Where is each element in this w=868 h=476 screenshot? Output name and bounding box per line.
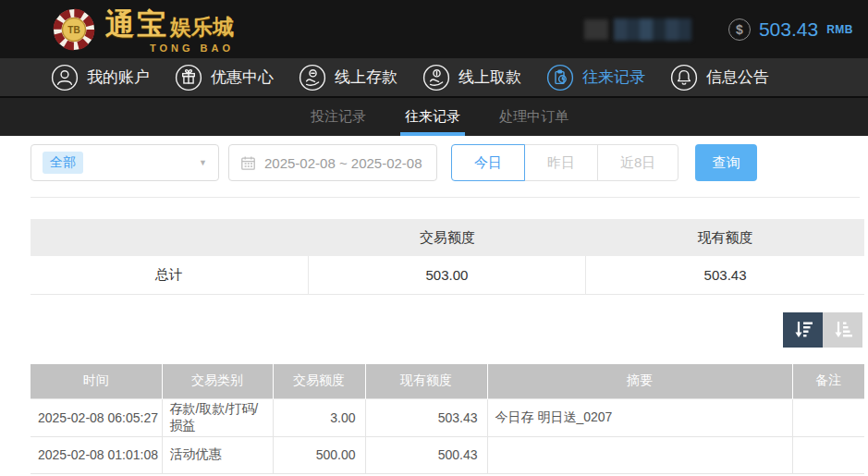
today-button[interactable]: 今日 <box>451 144 525 181</box>
last-8-days-button[interactable]: 近8日 <box>597 144 679 181</box>
sort-controls <box>0 312 862 348</box>
records-header-row: 时间 交易类别 交易额度 现有额度 摘要 备注 <box>31 364 864 398</box>
type-select-value: 全部 <box>43 152 83 174</box>
balance-display[interactable]: $ 503.43 RMB <box>728 18 853 41</box>
nav-item-deposit[interactable]: 线上存款 <box>299 64 397 92</box>
avatar <box>584 19 608 40</box>
tab-transaction-records[interactable]: 往来记录 <box>405 98 460 136</box>
withdraw-icon <box>422 64 450 92</box>
logo-title-main: 通宝 <box>105 5 168 45</box>
header-summary: 摘要 <box>487 364 792 398</box>
svg-text:TB: TB <box>67 25 79 35</box>
cell-amount: 3.00 <box>273 398 365 436</box>
header-balance: 现有额度 <box>365 364 487 398</box>
cell-type: 存款/取款/打码/损益 <box>162 398 273 436</box>
sub-nav: 投注记录 往来记录 处理中订单 <box>0 98 868 136</box>
cell-type: 活动优惠 <box>162 436 273 473</box>
summary-header-balance: 现有额度 <box>586 219 864 256</box>
search-button[interactable]: 查询 <box>695 144 757 181</box>
logo-subtitle: TONG BAO <box>105 43 234 54</box>
nav-item-transactions[interactable]: 往来记录 <box>546 64 645 92</box>
nav-label: 信息公告 <box>706 67 769 88</box>
cell-note <box>792 436 864 473</box>
tab-betting-records[interactable]: 投注记录 <box>311 98 366 136</box>
date-range-value: 2025-02-08 ~ 2025-02-08 <box>264 155 422 171</box>
cell-note <box>792 398 864 436</box>
summary-total-row: 总计 503.00 503.43 <box>31 256 864 294</box>
chevron-down-icon: ▼ <box>199 158 207 167</box>
date-range-input[interactable]: 2025-02-08 ~ 2025-02-08 <box>228 144 437 181</box>
bell-icon <box>670 64 698 92</box>
cell-summary: 今日存 明日送_0207 <box>487 398 792 436</box>
nav-label: 线上取款 <box>458 67 521 88</box>
topbar: TB 通宝 娱乐城 TONG BAO $ 503.43 RMB <box>0 0 868 58</box>
sort-descending-button[interactable] <box>783 312 823 348</box>
casino-chip-icon: TB <box>52 7 96 52</box>
summary-header-row: 交易额度 现有额度 <box>31 219 864 256</box>
user-icon <box>51 64 79 92</box>
deposit-icon <box>299 64 326 92</box>
username-blur-block <box>614 18 691 41</box>
filter-row: 全部 ▼ 2025-02-08 ~ 2025-02-08 今日 昨日 近8日 查… <box>31 144 868 181</box>
divider <box>31 197 860 198</box>
gift-icon <box>175 64 202 92</box>
main-nav: 我的账户 优惠中心 线上存款 线上取款 往来记录 <box>0 58 868 98</box>
summary-total-transaction: 503.00 <box>309 256 587 294</box>
balance-amount: 503.43 <box>759 18 818 41</box>
records-table: 时间 交易类别 交易额度 现有额度 摘要 备注 2025-02-08 06:05… <box>31 364 864 474</box>
sort-ascending-icon <box>832 319 854 341</box>
nav-item-promotions[interactable]: 优惠中心 <box>175 64 274 92</box>
nav-item-withdraw[interactable]: 线上取款 <box>422 64 521 92</box>
summary-header-transaction: 交易额度 <box>309 219 587 256</box>
nav-label: 往来记录 <box>582 67 645 88</box>
logo-text: 通宝 娱乐城 TONG BAO <box>105 5 234 54</box>
username-redacted <box>584 18 691 41</box>
nav-label: 我的账户 <box>87 67 150 88</box>
header-note: 备注 <box>792 364 864 398</box>
balance-currency: RMB <box>826 23 853 36</box>
quick-date-group: 今日 昨日 近8日 <box>451 144 679 181</box>
summary-total-label: 总计 <box>31 256 309 294</box>
table-row: 2025-02-08 01:01:08 活动优惠 500.00 500.43 <box>31 436 864 473</box>
sort-ascending-button[interactable] <box>823 312 862 348</box>
records-icon <box>546 64 574 92</box>
cell-summary <box>487 436 792 473</box>
dollar-circle-icon: $ <box>728 18 751 41</box>
nav-item-announcements[interactable]: 信息公告 <box>670 64 769 92</box>
calendar-icon <box>240 155 256 171</box>
nav-item-my-account[interactable]: 我的账户 <box>51 64 150 92</box>
header-time: 时间 <box>31 364 162 398</box>
table-row: 2025-02-08 06:05:27 存款/取款/打码/损益 3.00 503… <box>31 398 864 436</box>
type-select[interactable]: 全部 ▼ <box>31 144 219 181</box>
summary-total-balance: 503.43 <box>586 256 864 294</box>
sort-descending-icon <box>792 319 814 341</box>
summary-header-blank <box>31 219 309 256</box>
cell-balance: 500.43 <box>365 436 487 473</box>
header-amount: 交易额度 <box>273 364 365 398</box>
tab-pending-orders[interactable]: 处理中订单 <box>499 98 568 136</box>
nav-label: 线上存款 <box>335 67 397 88</box>
yesterday-button[interactable]: 昨日 <box>524 144 598 181</box>
logo-title-rest: 娱乐城 <box>170 13 234 42</box>
summary-table: 交易额度 现有额度 总计 503.00 503.43 <box>31 219 864 295</box>
site-logo[interactable]: TB 通宝 娱乐城 TONG BAO <box>52 5 234 54</box>
nav-label: 优惠中心 <box>211 67 274 88</box>
cell-time: 2025-02-08 06:05:27 <box>31 398 162 436</box>
cell-time: 2025-02-08 01:01:08 <box>31 436 162 473</box>
header-type: 交易类别 <box>162 364 273 398</box>
cell-amount: 500.00 <box>273 436 365 473</box>
cell-balance: 503.43 <box>365 398 487 436</box>
